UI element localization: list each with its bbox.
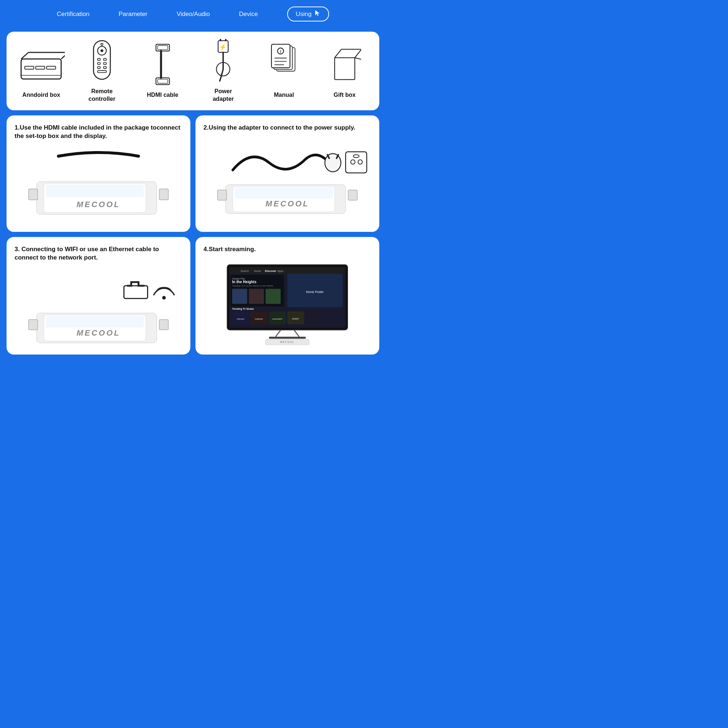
nav-parameter[interactable]: Parameter [119,11,147,18]
step-2-title: 2.Using the adapter to connect to the po… [203,123,371,132]
hdmi-label: HDMI cable [147,91,178,99]
nav-certification[interactable]: Certification [57,11,90,18]
android-box-icon [17,43,65,86]
svg-point-18 [101,43,103,46]
accessory-remote: Remotecontroller [73,39,131,103]
svg-text:BARRY: BARRY [292,318,299,320]
svg-text:succession: succession [272,318,282,320]
step-1-image: MECOOL [15,144,182,226]
svg-line-38 [355,49,361,58]
svg-rect-22 [158,80,168,83]
step-3-card: 3. Connecting to WIFI or use an Ethernet… [6,237,190,355]
svg-rect-47 [159,189,168,200]
svg-line-2 [61,52,65,59]
svg-rect-60 [348,190,358,200]
svg-point-48 [325,154,341,172]
svg-text:MECOOL: MECOOL [265,199,309,208]
svg-text:euphoria: euphoria [255,318,263,320]
svg-text:⚡: ⚡ [219,43,227,51]
remote-icon [89,39,115,83]
power-icon: ⚡ [209,39,238,83]
svg-text:In the Heights: In the Heights [232,280,257,284]
svg-rect-21 [156,78,169,84]
android-box-label: Anndoird box [22,91,60,99]
svg-text:Home: Home [254,269,262,273]
svg-rect-57 [235,187,333,198]
svg-rect-59 [218,190,227,200]
svg-line-41 [355,58,361,60]
svg-line-1 [21,52,28,59]
svg-rect-4 [25,66,34,69]
step-4-image: Search Home Discover Apps Google Play In… [203,257,371,349]
svg-line-95 [275,330,281,337]
giftbox-label: Gift box [333,91,355,99]
step-1-card: 1.Use the HDMI cable included in the pac… [6,115,190,232]
nav-videoaudio[interactable]: Video/Audio [177,11,210,18]
svg-rect-12 [104,59,106,61]
svg-rect-17 [98,70,106,73]
svg-rect-80 [232,289,247,304]
svg-rect-82 [266,289,281,304]
accessories-row: Anndoird box [6,32,379,110]
step-3-image: MECOOL [15,266,182,349]
svg-rect-61 [124,286,148,298]
steps-grid: 1.Use the HDMI cable included in the pac… [6,115,379,355]
accessory-android-box: Anndoird box [12,43,70,99]
manual-icon: i [266,43,302,86]
svg-rect-81 [249,289,264,304]
svg-rect-65 [46,316,144,327]
step-3-title: 3. Connecting to WIFI or use an Ethernet… [15,245,182,262]
svg-rect-5 [36,66,45,69]
svg-text:Discover: Discover [265,269,276,273]
svg-rect-6 [47,66,56,69]
svg-rect-15 [98,67,100,69]
svg-text:MECOOL: MECOOL [76,328,121,337]
svg-text:Search: Search [241,269,249,273]
svg-rect-36 [335,58,355,80]
power-label: Poweradapter [213,88,234,103]
nav-using[interactable]: Using [287,6,329,21]
svg-rect-16 [104,67,106,69]
svg-rect-67 [29,320,38,330]
step-2-card: 2.Using the adapter to connect to the po… [196,115,379,232]
step-4-card: 4.Start streaming. Search Home Discover … [196,237,379,355]
accessory-power: ⚡ Poweradapter [194,39,252,103]
svg-rect-20 [158,46,168,50]
nav-device[interactable]: Device [239,11,258,18]
remote-label: Remotecontroller [89,88,115,103]
svg-text:insecure: insecure [237,318,244,320]
svg-rect-46 [29,189,38,200]
svg-rect-97 [269,337,306,339]
svg-rect-94 [306,312,323,324]
accessory-manual: i Manual [255,43,313,99]
accessory-giftbox: Gift box [316,43,373,99]
svg-rect-11 [98,59,100,61]
svg-text:Movie Poster: Movie Poster [306,291,324,294]
top-nav: Certification Parameter Video/Audio Devi… [0,0,386,28]
step-2-image: MECOOL [203,135,371,226]
svg-text:MECOOL: MECOOL [76,200,121,209]
svg-point-62 [162,296,166,300]
cursor-icon [315,9,320,18]
svg-text:i: i [280,49,281,54]
svg-text:Trending | Turn up the volume : Trending | Turn up the volume on your dr… [232,284,273,287]
manual-label: Manual [274,91,294,99]
hdmi-icon [148,43,177,86]
svg-rect-13 [98,63,100,65]
svg-rect-44 [46,185,144,197]
svg-rect-19 [156,44,169,51]
accessory-hdmi: HDMI cable [134,43,191,99]
step-4-title: 4.Start streaming. [203,245,371,254]
svg-text:Trending TV Shows: Trending TV Shows [232,308,254,311]
giftbox-icon [328,43,361,86]
step-1-title: 1.Use the HDMI cable included in the pac… [15,123,182,141]
svg-rect-68 [159,320,168,330]
svg-line-37 [335,49,341,58]
svg-point-10 [101,49,103,52]
svg-text:Apps: Apps [277,269,284,273]
svg-rect-14 [104,63,106,65]
main-content: Anndoird box [0,28,386,361]
svg-text:MECOOL: MECOOL [280,341,294,344]
svg-line-96 [294,330,299,337]
